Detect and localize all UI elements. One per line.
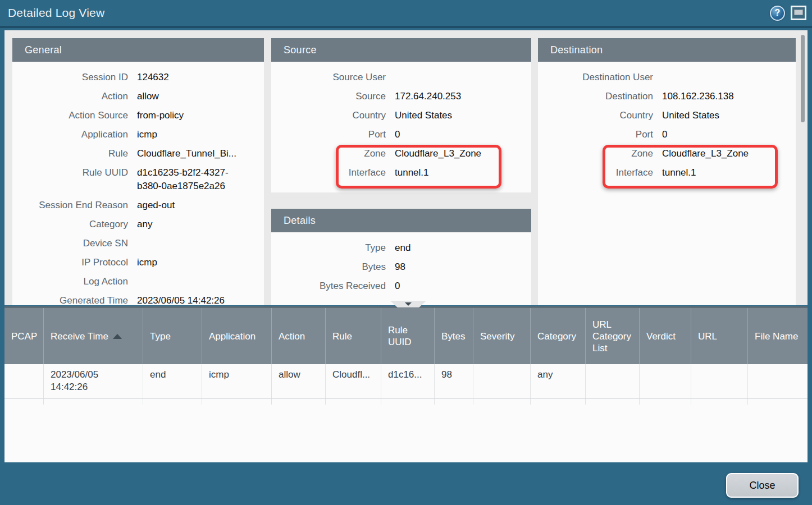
field-value: aged-out [137,199,175,212]
help-icon[interactable]: ? [770,6,785,21]
field-value: 2023/06/05 14:42:26 [137,294,225,305]
cell-bytes: 98 [435,364,473,398]
field-row-type: Typeend [271,241,531,255]
field-value: 124632 [137,71,169,84]
column-header-label: URL Category List [592,319,636,354]
details-panel-header: Details [271,209,531,232]
column-header-pcap[interactable]: PCAP [4,308,44,364]
cell-value: end [150,369,166,380]
column-header-url-category-list[interactable]: URL Category List [586,308,640,364]
log-table: PCAP Receive Time Type Application Actio… [4,306,808,462]
window-icon[interactable] [791,6,806,20]
field-row-session-id: Session ID124632 [12,71,264,84]
source-panel-header: Source [271,38,531,62]
cell-category: any [531,364,586,398]
cell-url [691,364,748,398]
field-label: IP Protocol [12,256,128,269]
column-header-bytes[interactable]: Bytes [435,308,473,364]
titlebar-icons: ? [770,6,812,21]
field-value: United States [395,109,452,122]
general-panel: General Session ID124632 Actionallow Act… [12,38,264,305]
column-header-file-name[interactable]: File Name [748,308,808,364]
field-label: Type [271,241,386,255]
cell-file-name [748,364,808,398]
field-value: d1c16235-b2f2-4327-b380-0ae1875e2a26 [137,166,249,193]
field-value: 0 [662,128,667,141]
column-header-label: Bytes [441,330,466,342]
cell-action: allow [272,364,326,398]
chevron-down-icon [405,302,412,306]
column-header-label: Receive Time [51,330,108,342]
column-header-label: Application [209,330,256,342]
source-panel-body: Source User Source172.64.240.253 Country… [271,62,531,180]
column-header-severity[interactable]: Severity [473,308,531,364]
field-value: Cloudflare_Tunnel_Bi... [137,147,236,160]
general-panel-header: General [12,38,264,62]
field-value: end [395,241,410,255]
close-button[interactable]: Close [726,473,799,498]
log-table-header: PCAP Receive Time Type Application Actio… [4,308,808,364]
cell-verdict [640,364,691,398]
field-row-destination-user: Destination User [538,71,796,84]
dialog-title: Detailed Log View [0,6,104,20]
field-value: tunnel.1 [662,166,696,180]
cell-type: end [143,364,202,398]
column-header-application[interactable]: Application [202,308,272,364]
field-label: Source [271,90,386,103]
column-header-label: Category [537,330,576,342]
column-header-label: URL [698,330,717,342]
field-label: Bytes [271,260,386,274]
field-row-log-action: Log Action [12,275,264,288]
field-row-country: CountryUnited States [271,109,531,122]
column-header-label: Type [150,330,171,342]
detailed-log-view-dialog: { "window": { "title": "Detailed Log Vie… [0,0,812,505]
field-row-zone: ZoneCloudflare_L3_Zone [271,147,531,160]
details-panel: Details Typeend Bytes98 Bytes Received0 [271,209,531,305]
field-value: icmp [137,128,157,141]
field-label: Category [12,218,128,231]
window-icon-glyph [794,10,803,15]
column-header-receive-time[interactable]: Receive Time [44,308,143,364]
column-header-rule[interactable]: Rule [326,308,381,364]
field-label: Port [271,128,386,141]
sort-ascending-icon [113,334,122,339]
field-row-port: Port0 [271,128,531,141]
field-value: allow [137,90,159,103]
field-label: Interface [538,166,653,180]
field-label: Device SN [12,237,128,250]
column-header-rule-uuid[interactable]: Rule UUID [381,308,435,364]
column-header-url[interactable]: URL [691,308,748,364]
field-label: Zone [538,147,653,160]
field-row-application: Applicationicmp [12,128,264,141]
field-label: Country [271,109,386,122]
column-header-category[interactable]: Category [531,308,586,364]
cell-severity [473,364,531,398]
field-row-session-end-reason: Session End Reasonaged-out [12,199,264,212]
field-label: Session End Reason [12,199,128,212]
cell-value: Cloudfl... [332,369,370,380]
field-label: Bytes Received [271,279,386,293]
cell-url-category-list [586,364,640,398]
field-value: Cloudflare_L3_Zone [662,147,749,160]
general-panel-body: Session ID124632 Actionallow Action Sour… [12,62,264,305]
field-value: 0 [395,279,400,293]
field-row-generated-time: Generated Time2023/06/05 14:42:26 [12,294,264,305]
table-row[interactable]: 2023/06/05 14:42:26 end icmp allow Cloud… [4,364,808,399]
column-header-label: Rule [332,330,352,342]
field-value: tunnel.1 [395,166,429,180]
field-label: Generated Time [12,294,128,305]
detail-content-area: General Session ID124632 Actionallow Act… [4,30,808,305]
field-row-rule-uuid: Rule UUIDd1c16235-b2f2-4327-b380-0ae1875… [12,166,264,193]
field-label: Action [12,90,128,103]
column-header-label: PCAP [11,330,37,342]
column-header-action[interactable]: Action [272,308,326,364]
column-header-verdict[interactable]: Verdict [640,308,691,364]
vertical-scrollbar-thumb[interactable] [801,35,805,122]
cell-value: 98 [441,369,452,380]
column-header-label: Action [279,330,305,342]
cell-value: d1c16... [388,369,422,380]
field-value: 108.162.236.138 [662,90,734,103]
cell-pcap [4,364,44,398]
field-label: Port [538,128,653,141]
column-header-type[interactable]: Type [143,308,202,364]
